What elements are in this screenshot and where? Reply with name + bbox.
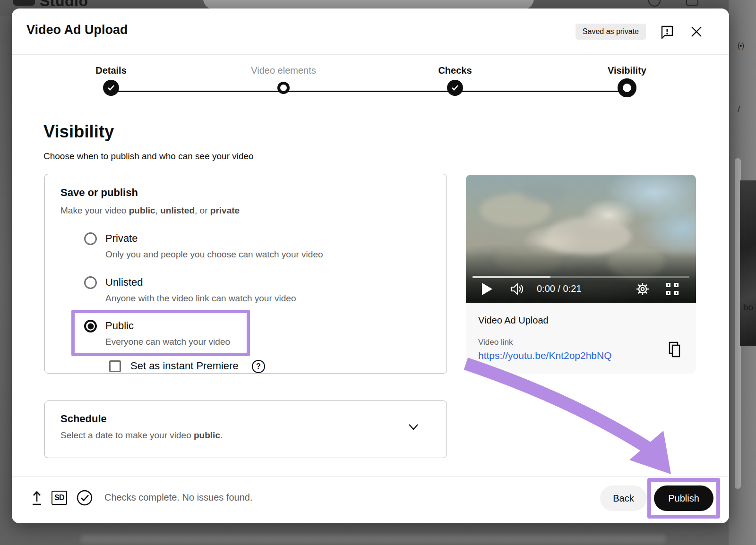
video-ad-upload-dialog: Video Ad Upload Saved as private Details… [12, 9, 729, 523]
coral-texture [523, 184, 565, 203]
video-preview-panel: 0:00 / 0:21 [466, 175, 696, 374]
radio-icon[interactable] [84, 232, 97, 245]
video-link-url[interactable]: https://youtu.be/Knt2op2hbNQ [478, 350, 612, 361]
text-fragment: bo [743, 302, 753, 313]
dimmed-search-bar [203, 0, 534, 9]
video-link-label: Video link [478, 338, 513, 347]
step-incomplete-icon [277, 82, 290, 94]
card-subtitle: Make your video public, unlisted, or pri… [60, 205, 240, 216]
close-icon [689, 25, 704, 39]
step-visibility[interactable]: Visibility [575, 55, 679, 97]
saved-status-badge: Saved as private [576, 24, 646, 40]
stepper-line [111, 91, 627, 92]
youtube-logo [13, 0, 35, 6]
schedule-title: Schedule [60, 413, 107, 425]
slash-fragment: / [738, 105, 740, 114]
copy-icon [668, 341, 683, 358]
instant-premiere-row[interactable]: Set as instant Premiere ? [60, 360, 344, 374]
checks-status-text: Checks complete. No issues found. [104, 492, 253, 503]
record-indicator: (•) [738, 42, 744, 50]
step-current-icon [618, 78, 636, 97]
progress-buffer [472, 276, 550, 278]
footer-divider [12, 476, 729, 477]
step-complete-icon [103, 80, 119, 96]
save-or-publish-card: Save or publish Make your video public, … [44, 174, 447, 374]
publish-button[interactable]: Publish [654, 485, 713, 511]
dialog-title: Video Ad Upload [26, 23, 128, 37]
radio-icon[interactable] [84, 276, 97, 289]
volume-icon[interactable] [509, 282, 525, 298]
step-checks[interactable]: Checks [403, 55, 507, 96]
fullscreen-icon[interactable] [666, 283, 679, 295]
video-filename: Video Ad Upload [478, 315, 549, 326]
premiere-checkbox[interactable] [109, 360, 121, 372]
public-option-highlight-box [71, 310, 250, 356]
close-button[interactable] [688, 24, 704, 40]
create-icon [686, 0, 698, 6]
checks-complete-icon [76, 489, 93, 508]
progress-bar[interactable] [472, 276, 689, 278]
sd-quality-badge: SD [52, 491, 67, 505]
dimmed-photo-thumbnail [740, 180, 756, 346]
video-info-panel: Video Ad Upload Video link https://youtu… [466, 303, 696, 374]
video-player[interactable]: 0:00 / 0:21 [466, 175, 696, 303]
upload-progress-icon [30, 489, 44, 508]
radio-icon-selected[interactable] [84, 320, 97, 332]
copy-link-button[interactable] [668, 341, 683, 360]
step-details[interactable]: Details [59, 55, 163, 96]
schedule-subtitle: Select a date to make your video public. [60, 430, 223, 441]
time-display: 0:00 / 0:21 [537, 283, 582, 294]
page-subtitle: Choose when to publish and who can see y… [43, 151, 254, 162]
send-feedback-button[interactable] [659, 24, 675, 40]
settings-gear-icon[interactable] [635, 281, 650, 298]
schedule-card[interactable]: Schedule Select a date to make your vide… [44, 400, 447, 458]
play-icon[interactable] [482, 283, 492, 295]
chevron-down-icon[interactable] [406, 423, 421, 434]
feedback-icon [660, 25, 674, 39]
page-title: Visibility [43, 122, 114, 142]
upload-stepper: Details Video elements Checks Visibility [12, 55, 729, 116]
premiere-help-icon[interactable]: ? [252, 360, 265, 373]
card-title: Save or publish [60, 187, 138, 199]
step-video-elements[interactable]: Video elements [232, 55, 335, 94]
step-complete-icon [447, 80, 463, 96]
player-controls: 0:00 / 0:21 [466, 280, 696, 299]
dimmed-caption-text [80, 535, 666, 543]
back-button[interactable]: Back [600, 485, 647, 511]
